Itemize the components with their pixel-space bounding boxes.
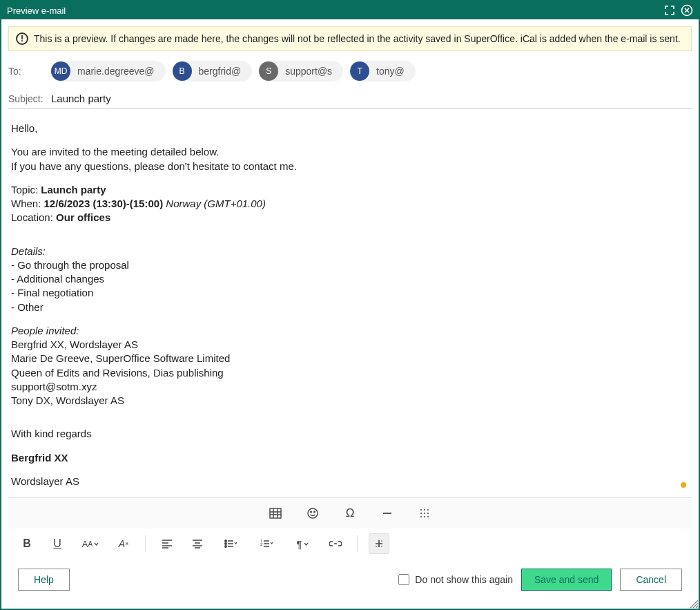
body-details-label: Details: <box>11 245 689 258</box>
svg-point-7 <box>427 509 429 511</box>
body-detail-item: - Final negotiation <box>11 286 689 300</box>
warning-text: This is a preview. If changes are made h… <box>34 33 681 44</box>
svg-point-5 <box>420 509 422 511</box>
font-size-icon[interactable]: AA <box>77 533 104 554</box>
body-sender-name: Bergfrid XX <box>11 451 689 465</box>
body-invited-list: Bergfrid XX, Wordslayer ASMarie De Greev… <box>11 338 689 408</box>
body-invited-label: People invited: <box>11 324 689 338</box>
body-intro2: If you have any questions, please don't … <box>11 160 689 173</box>
body-signoff: With kind regards <box>11 427 689 441</box>
horizontal-rule-icon[interactable] <box>377 503 398 524</box>
table-icon[interactable] <box>265 503 286 524</box>
paragraph-icon[interactable]: ¶ <box>289 533 315 554</box>
clear-format-icon[interactable]: A× <box>113 533 134 554</box>
body-when: When: 12/6/2023 (13:30)-(15:00) Norway (… <box>11 197 689 211</box>
svg-point-12 <box>424 516 425 517</box>
body-sender-company: Wordslayer AS <box>11 475 689 488</box>
recipient-chip[interactable]: Ttony@ <box>350 61 416 82</box>
dont-show-checkbox[interactable]: Do not show this again <box>398 574 513 585</box>
warning-icon: ! <box>16 32 28 45</box>
avatar: S <box>259 61 278 81</box>
svg-point-14 <box>225 540 226 542</box>
avatar: T <box>350 61 369 81</box>
svg-point-19 <box>381 546 382 547</box>
dialog-title: Preview e-mail <box>7 6 664 16</box>
fullscreen-icon[interactable] <box>664 5 675 16</box>
body-detail-item: - Other <box>11 301 689 314</box>
svg-rect-1 <box>270 508 281 518</box>
recipient-address: bergfrid@ <box>199 66 242 77</box>
body-details-list: - Go through the proposal- Additional ch… <box>11 258 689 314</box>
body-invited-item: Queen of Edits and Revisions, Dias publi… <box>11 366 689 380</box>
dialog-content: ! This is a preview. If changes are made… <box>1 19 699 609</box>
dont-show-label: Do not show this again <box>415 574 513 585</box>
to-row: To: MDmarie.degreeve@Bbergfrid@Ssupport@… <box>8 61 692 82</box>
warning-bar: ! This is a preview. If changes are made… <box>8 26 692 51</box>
svg-point-15 <box>225 543 226 544</box>
svg-point-6 <box>424 509 425 511</box>
subject-row: Subject: <box>8 93 692 109</box>
svg-text:2: 2 <box>260 542 263 546</box>
align-center-icon[interactable] <box>187 533 208 554</box>
preview-email-dialog: Preview e-mail ! This is a preview. If c… <box>0 0 700 610</box>
body-invited-item: support@sotm.xyz <box>11 380 689 394</box>
editor-toolbar: Ω B U AA A× <box>8 497 692 559</box>
bold-icon[interactable]: B <box>17 533 37 554</box>
recipient-chip[interactable]: Ssupport@s <box>259 61 343 82</box>
body-location: Location: Our offices <box>11 211 689 225</box>
svg-point-8 <box>420 513 422 514</box>
status-dot-icon <box>681 482 686 488</box>
dialog-footer: Help Do not show this again Save and sen… <box>8 559 692 602</box>
email-body-editor[interactable]: Hello, You are invited to the meeting de… <box>8 109 692 497</box>
svg-point-3 <box>311 511 312 513</box>
help-button[interactable]: Help <box>18 569 70 591</box>
recipient-chip[interactable]: Bbergfrid@ <box>173 61 253 82</box>
dont-show-checkbox-input[interactable] <box>398 574 409 585</box>
special-char-icon[interactable]: Ω <box>340 503 360 524</box>
recipient-address: tony@ <box>376 66 405 77</box>
titlebar: Preview e-mail <box>1 1 699 19</box>
grid-icon[interactable] <box>414 503 435 524</box>
body-detail-item: - Additional changes <box>11 272 689 286</box>
svg-point-16 <box>225 546 226 547</box>
subject-input[interactable] <box>51 93 692 104</box>
svg-point-4 <box>314 511 315 513</box>
numbered-list-icon[interactable]: 12 <box>253 533 280 554</box>
body-greeting: Hello, <box>11 122 689 135</box>
link-icon[interactable] <box>325 533 346 554</box>
recipient-address: marie.degreeve@ <box>77 66 155 77</box>
svg-point-2 <box>308 508 318 518</box>
recipient-address: support@s <box>285 66 332 77</box>
underline-icon[interactable]: U <box>47 533 68 554</box>
avatar: MD <box>51 61 70 81</box>
body-intro1: You are invited to the meeting detailed … <box>11 145 689 159</box>
body-detail-item: - Go through the proposal <box>11 258 689 272</box>
subject-label: Subject: <box>8 93 43 104</box>
bullet-list-icon[interactable] <box>217 533 244 554</box>
close-icon[interactable] <box>681 4 693 17</box>
more-icon[interactable] <box>369 533 389 554</box>
body-invited-item: Bergfrid XX, Wordslayer AS <box>11 338 689 352</box>
svg-point-10 <box>427 513 429 514</box>
to-label: To: <box>8 66 43 77</box>
svg-point-21 <box>376 546 377 547</box>
recipients-list[interactable]: MDmarie.degreeve@Bbergfrid@Ssupport@sTto… <box>51 61 692 82</box>
save-and-send-button[interactable]: Save and send <box>521 569 612 591</box>
avatar: B <box>173 61 192 81</box>
body-invited-item: Tony DX, Wordslayer AS <box>11 394 689 408</box>
svg-point-11 <box>420 516 422 517</box>
svg-point-20 <box>381 540 382 542</box>
emoji-icon[interactable] <box>302 503 323 524</box>
svg-point-13 <box>427 516 429 517</box>
cancel-button[interactable]: Cancel <box>620 569 682 591</box>
body-invited-item: Marie De Greeve, SuperOffice Software Li… <box>11 352 689 365</box>
recipient-chip[interactable]: MDmarie.degreeve@ <box>51 61 166 82</box>
body-topic: Topic: Launch party <box>11 183 689 197</box>
svg-point-9 <box>424 513 425 514</box>
align-left-icon[interactable] <box>157 533 177 554</box>
